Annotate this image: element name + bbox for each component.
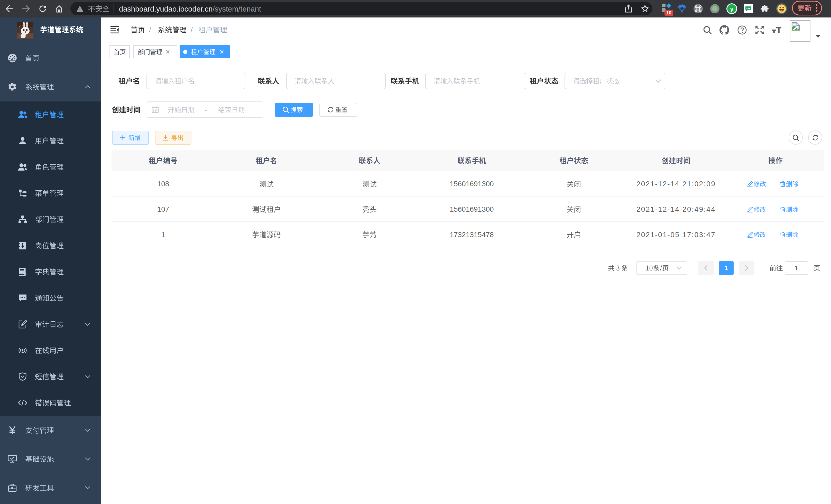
svg-text:y: y — [730, 5, 734, 12]
